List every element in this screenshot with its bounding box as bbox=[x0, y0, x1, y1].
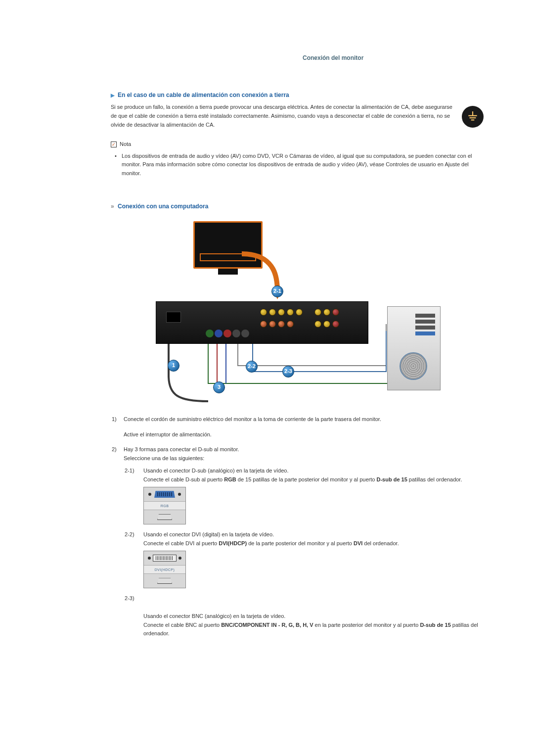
chevron-icon: » bbox=[111, 203, 114, 210]
rgb-port-label: RGB bbox=[144, 501, 185, 510]
ground-body: Si se produce un fallo, la conexión a ti… bbox=[111, 103, 462, 129]
ground-block: Si se produce un fallo, la conexión a ti… bbox=[111, 103, 484, 129]
diagram-pc bbox=[387, 306, 441, 390]
diagram-label-2-1: 2-1 bbox=[271, 285, 283, 297]
ground-icon bbox=[462, 106, 484, 128]
step-num: 2) bbox=[112, 445, 123, 649]
substep-23-line2: Conecte el cable BNC al puerto BNC/COMPO… bbox=[143, 621, 482, 638]
substep-num: 2-3) bbox=[125, 594, 142, 611]
note-icon: ✓ bbox=[111, 142, 117, 147]
substep-21-line1: Usando el conector D-sub (analógico) en … bbox=[143, 467, 482, 475]
note-row: ✓ Nota bbox=[111, 140, 484, 149]
diagram-label-3: 3 bbox=[213, 381, 225, 393]
substep-22-line1: Usando el conector DVI (digital) en la t… bbox=[143, 530, 482, 539]
note-label: Nota bbox=[120, 140, 131, 149]
step-1-line2: Active el interruptor de alimentación. bbox=[124, 430, 483, 439]
substep-22-line2: Conecte el cable DVI al puerto DVI(HDCP)… bbox=[143, 539, 482, 548]
diagram-label-2-3: 2-3 bbox=[282, 366, 294, 378]
note-bullet: Los dispositivos de entrada de audio y v… bbox=[118, 152, 484, 178]
section-pc-title-text: Conexión con una computadora bbox=[118, 203, 208, 210]
note-bullet-list: Los dispositivos de entrada de audio y v… bbox=[111, 152, 484, 178]
section-ground-title: ▶ En el caso de un cable de alimentación… bbox=[111, 91, 484, 100]
connection-diagram: 2-1 1 2-2 2-3 3 bbox=[149, 217, 445, 405]
step-1-line1: Conecte el cordón de suministro eléctric… bbox=[124, 415, 483, 424]
dvi-port-image: DVI(HDCP) bbox=[143, 551, 186, 588]
section-ground-title-text: En el caso de un cable de alimentación c… bbox=[118, 91, 289, 100]
step-2-line2: Seleccione una de las siguientes: bbox=[124, 454, 483, 463]
substep-21-line2: Conecte el cable D-sub al puerto RGB de … bbox=[143, 475, 482, 484]
section-pc-title: » Conexión con una computadora bbox=[111, 202, 484, 211]
arrow-icon: ▶ bbox=[111, 92, 115, 99]
substep-23-line1: Usando el conector BNC (analógico) en la… bbox=[143, 612, 482, 621]
steps-list: 1) Conecte el cordón de suministro eléct… bbox=[111, 414, 484, 650]
diagram-label-2-2: 2-2 bbox=[246, 361, 258, 373]
rgb-port-image: RGB bbox=[143, 487, 186, 524]
substeps-list: 2-1) Usando el conector D-sub (analógico… bbox=[124, 466, 483, 644]
header-link[interactable]: Conexión del monitor bbox=[303, 53, 484, 63]
substep-num: 2-1) bbox=[125, 467, 142, 529]
substep-num: 2-2) bbox=[125, 530, 142, 593]
dvi-port-label: DVI(HDCP) bbox=[144, 565, 185, 574]
step-num: 1) bbox=[112, 415, 123, 444]
diagram-rear-panel bbox=[156, 301, 368, 344]
step-2-line1: Hay 3 formas para conectar el D-sub al m… bbox=[124, 445, 483, 454]
diagram-label-1: 1 bbox=[168, 360, 179, 372]
